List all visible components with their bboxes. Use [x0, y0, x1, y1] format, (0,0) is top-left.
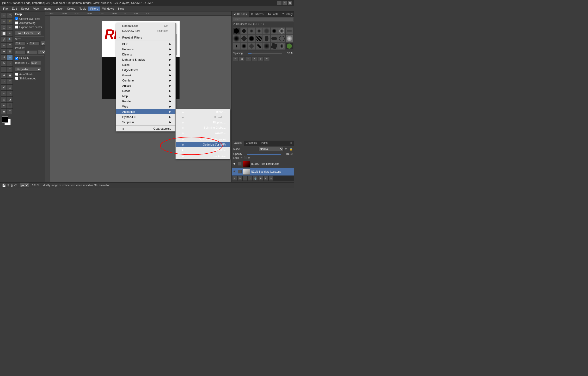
highlight-checkbox[interactable]: [15, 57, 18, 60]
brush-item[interactable]: [271, 42, 278, 50]
tool-bucket[interactable]: ⬡: [7, 108, 13, 114]
tool-heal[interactable]: +: [1, 90, 7, 96]
tool-scale[interactable]: ⤡: [7, 60, 13, 66]
brush-item[interactable]: [263, 35, 270, 42]
spacing-slider[interactable]: [248, 53, 282, 54]
brush-duplicate-btn[interactable]: ⧉: [239, 57, 245, 61]
tool-fuzzy-select[interactable]: 🪄: [7, 18, 13, 24]
highlight-opacity-input[interactable]: [31, 61, 41, 65]
mode-select[interactable]: Normal: [259, 147, 284, 151]
brush-item[interactable]: ✦: [233, 42, 240, 50]
anim-optimize-diff[interactable]: ◈ Optimize (Difference): [176, 137, 230, 142]
tool-cage[interactable]: ⬟: [7, 72, 13, 78]
brush-item[interactable]: [286, 27, 293, 35]
tool-color-picker[interactable]: 🖊: [1, 36, 7, 42]
brush-item[interactable]: [263, 27, 270, 35]
layer-duplicate-btn[interactable]: ⧉: [237, 176, 242, 181]
layer-down-btn[interactable]: ↓: [248, 176, 253, 181]
layer-eye-2[interactable]: 👁: [233, 170, 237, 174]
menu-select[interactable]: Select: [19, 7, 31, 11]
filters-light-shadow[interactable]: Light and Shadow ▶: [116, 57, 175, 62]
filters-enhance[interactable]: Enhance ▶: [116, 47, 175, 52]
pos-unit-select[interactable]: px: [38, 50, 45, 54]
brush-item[interactable]: [278, 42, 285, 50]
statusbar-unit-select[interactable]: px: [20, 183, 29, 187]
layer-item-1[interactable]: 👁 RE@CT-red-portrait.png: [232, 160, 294, 168]
brush-item[interactable]: [240, 35, 248, 42]
anim-blend[interactable]: ◈ Blend...: [176, 109, 230, 115]
tool-measure[interactable]: ↔: [1, 42, 7, 48]
filters-animation[interactable]: Animation ▶ ◈ Blend... ◈ Burn-In... ◈ Ri…: [116, 109, 175, 114]
tool-flip[interactable]: ⇄: [1, 72, 7, 78]
tool-shear[interactable]: ⟂: [1, 66, 7, 72]
anim-rippling[interactable]: ◈ Rippling...: [176, 120, 230, 125]
layer-eye-1[interactable]: 👁: [233, 162, 237, 166]
menu-image[interactable]: Image: [41, 7, 54, 11]
layer-item-2[interactable]: 👁 NEoN-Standard-Logo.png: [232, 168, 294, 176]
pos-x-input[interactable]: [15, 50, 26, 54]
brush-item[interactable]: [240, 27, 248, 35]
menu-windows[interactable]: Windows: [100, 7, 116, 11]
menu-help[interactable]: Help: [116, 7, 126, 11]
filters-reshow-last[interactable]: Re-Show Last Shift+Ctrl+F: [116, 28, 175, 34]
tool-dodge[interactable]: ◑: [7, 96, 13, 102]
brush-item[interactable]: [248, 42, 255, 50]
pos-y-input[interactable]: [27, 50, 37, 54]
minimize-button[interactable]: –: [277, 1, 281, 5]
expand-center-checkbox[interactable]: [15, 26, 18, 29]
mode-arrow[interactable]: ▼: [285, 148, 287, 151]
tool-rotate[interactable]: ↻: [1, 60, 7, 66]
filters-goat-exercise[interactable]: ◈ Goat-exercise: [116, 126, 175, 131]
tool-clone[interactable]: ⊙: [7, 90, 13, 96]
tool-eraser[interactable]: ◻: [7, 84, 13, 90]
filters-script-fu[interactable]: Script-Fu ▶: [116, 120, 175, 125]
close-button[interactable]: ✕: [288, 1, 292, 5]
statusbar-icon-reset[interactable]: ↺: [14, 184, 17, 187]
brush-delete-btn[interactable]: ✕: [252, 57, 257, 61]
brush-item[interactable]: [271, 27, 278, 35]
tool-paint[interactable]: 🖌: [1, 84, 7, 90]
tool-ellipse-select[interactable]: ◯: [7, 12, 13, 18]
tab-brushes[interactable]: 🖌 Brushes: [232, 11, 249, 17]
brush-item[interactable]: [248, 27, 255, 35]
tool-smart-remove[interactable]: ⬛: [7, 102, 13, 108]
tool-ink[interactable]: ✒: [1, 102, 7, 108]
tab-history[interactable]: ? History: [280, 11, 294, 17]
statusbar-icon-export[interactable]: ⬆: [7, 184, 9, 187]
brush-item[interactable]: [233, 27, 240, 35]
tab-layers[interactable]: Layers: [232, 141, 244, 146]
tool-myPaint[interactable]: ◉: [1, 108, 7, 114]
tool-paths[interactable]: ⌗: [7, 30, 13, 36]
layer-check-1[interactable]: [238, 162, 242, 166]
anim-spinning-globe[interactable]: ◈ Spinning Globe...: [176, 125, 230, 130]
brush-item[interactable]: [248, 35, 255, 42]
tool-move[interactable]: ✥: [1, 48, 7, 54]
brush-item[interactable]: [278, 35, 285, 42]
brushes-filter-input[interactable]: [233, 17, 293, 21]
anim-unoptimize[interactable]: ◈ Unoptimize: [176, 154, 230, 159]
tool-foreground[interactable]: ⬜: [1, 30, 7, 36]
tab-paths[interactable]: Paths: [259, 141, 270, 146]
current-layer-only-checkbox[interactable]: [15, 17, 18, 20]
tool-free-select[interactable]: ✏: [1, 18, 7, 24]
fg-color-swatch[interactable]: [2, 116, 8, 123]
tool-text[interactable]: T: [7, 42, 13, 48]
menu-file[interactable]: File: [1, 7, 10, 11]
tool-perspective[interactable]: ⬡: [7, 66, 13, 72]
size-unit-select[interactable]: px: [41, 41, 45, 46]
layer-anchor-btn[interactable]: ⚓: [253, 176, 258, 181]
brush-item[interactable]: [286, 35, 293, 42]
brush-menu-btn[interactable]: ≡: [264, 57, 270, 61]
anim-waves[interactable]: ◈ Waves...: [176, 130, 230, 135]
menu-edit[interactable]: Edit: [10, 7, 19, 11]
filters-render[interactable]: Render ▶: [116, 99, 175, 104]
tool-rect-select[interactable]: ▭: [1, 12, 7, 18]
brush-new-btn[interactable]: +: [245, 57, 251, 61]
filters-blur[interactable]: Blur ▶: [116, 41, 175, 47]
tool-blur[interactable]: ◎: [1, 96, 7, 102]
fixed-aspect-select[interactable]: Fixed Aspect r...: [15, 31, 41, 35]
size-width-input[interactable]: [15, 41, 26, 45]
filters-noise[interactable]: Noise ▶: [116, 62, 175, 67]
menu-tools[interactable]: Tools: [77, 7, 88, 11]
statusbar-icon-save[interactable]: 💾: [2, 184, 6, 187]
